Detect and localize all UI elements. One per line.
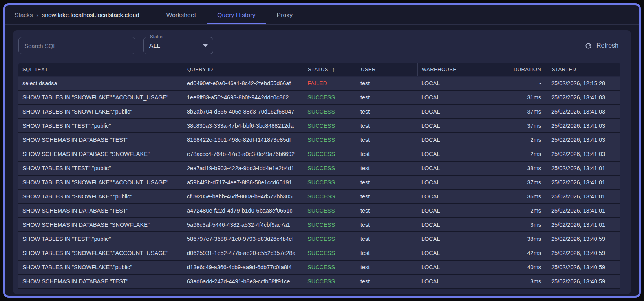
cell-warehouse: LOCAL	[417, 91, 492, 104]
table-row[interactable]: SHOW TABLES IN "TEST"."public"586797e7-3…	[18, 232, 620, 246]
table-row[interactable]: SHOW SCHEMAS IN DATABASE "SNOWFLAKE"5a98…	[18, 218, 620, 232]
cell-started: 25/02/2026, 13:41:03	[547, 147, 620, 161]
tab-worksheet[interactable]: Worksheet	[156, 5, 207, 24]
cell-status: SUCCESS	[304, 261, 357, 274]
column-header-warehouse[interactable]: WAREHOUSE	[417, 63, 492, 76]
column-header-duration[interactable]: DURATION	[492, 63, 547, 76]
cell-user: test	[357, 162, 417, 175]
cell-duration: 37ms	[492, 119, 547, 132]
cell-started: 25/02/2026, 13:41:03	[547, 133, 620, 147]
cell-sql: SHOW SCHEMAS IN DATABASE "TEST"	[18, 204, 183, 217]
cell-user: test	[357, 246, 417, 260]
top-navigation: Stacks › snowflake.localhost.localstack.…	[5, 5, 639, 25]
column-header-started[interactable]: STARTED	[547, 63, 620, 76]
cell-started: 25/02/2026, 13:41:01	[547, 204, 620, 217]
table-row[interactable]: SHOW SCHEMAS IN DATABASE "TEST"63ad6add-…	[18, 275, 620, 289]
table-header: SQL TEXTQUERY IDSTATUS↑USERWAREHOUSEDURA…	[18, 63, 620, 76]
cell-status: SUCCESS	[304, 190, 357, 203]
cell-started: 25/02/2026, 13:40:59	[547, 246, 620, 260]
cell-user: test	[357, 119, 417, 132]
cell-duration: 37ms	[492, 176, 547, 189]
table-row[interactable]: SHOW SCHEMAS IN DATABASE "TEST"8168422e-…	[18, 133, 620, 147]
cell-warehouse: LOCAL	[417, 232, 492, 246]
refresh-label: Refresh	[596, 42, 618, 49]
cell-warehouse: LOCAL	[417, 105, 492, 118]
chevron-down-icon	[203, 44, 208, 47]
cell-sql: SHOW SCHEMAS IN DATABASE "SNOWFLAKE"	[18, 147, 183, 161]
table-row[interactable]: SHOW TABLES IN "TEST"."public"38c830a3-3…	[18, 119, 620, 133]
cell-sql: SHOW TABLES IN "SNOWFLAKE"."public"	[18, 105, 183, 118]
table-row[interactable]: SHOW TABLES IN "SNOWFLAKE"."ACCOUNT_USAG…	[18, 246, 620, 261]
cell-status: FAILED	[304, 77, 357, 90]
column-header-status[interactable]: STATUS↑	[304, 63, 357, 76]
cell-started: 25/02/2026, 12:15:28	[547, 77, 620, 90]
cell-started: 25/02/2026, 13:41:01	[547, 176, 620, 189]
cell-duration: 2ms	[492, 147, 547, 161]
column-header-query-id[interactable]: QUERY ID	[183, 63, 304, 76]
cell-user: test	[357, 232, 417, 246]
cell-started: 25/02/2026, 13:41:03	[547, 105, 620, 118]
table-row[interactable]: SHOW TABLES IN "SNOWFLAKE"."ACCOUNT_USAG…	[18, 176, 620, 190]
cell-sql: SHOW SCHEMAS IN DATABASE "SNOWFLAKE"	[18, 218, 183, 231]
cell-duration: 31ms	[492, 91, 547, 104]
status-filter-value: ALL	[149, 42, 160, 49]
table-row[interactable]: SHOW TABLES IN "TEST"."public"2ea7ad19-b…	[18, 162, 620, 176]
table-row[interactable]: SHOW TABLES IN "SNOWFLAKE"."ACCOUNT_USAG…	[18, 91, 620, 105]
breadcrumb-stacks-link[interactable]: Stacks	[15, 11, 33, 18]
table-row[interactable]: select dsadsaed0490ef-e0a0-46a1-8c42-2fe…	[18, 77, 620, 91]
refresh-icon	[584, 42, 593, 50]
table-row[interactable]: SHOW TABLES IN "SNOWFLAKE"."public"cf092…	[18, 190, 620, 204]
cell-started: 25/02/2026, 13:40:59	[547, 232, 620, 246]
cell-user: test	[357, 218, 417, 231]
table-row[interactable]: SHOW TABLES IN "SNOWFLAKE"."public"d13e6…	[18, 261, 620, 275]
column-header-label: SQL TEXT	[22, 66, 48, 72]
cell-started: 25/02/2026, 13:40:59	[547, 261, 620, 274]
cell-duration: 38ms	[492, 162, 547, 175]
app-window: Stacks › snowflake.localhost.localstack.…	[3, 3, 641, 298]
cell-started: 25/02/2026, 13:41:01	[547, 218, 620, 231]
refresh-button[interactable]: Refresh	[581, 39, 622, 52]
cell-status: SUCCESS	[304, 119, 357, 132]
cell-user: test	[357, 261, 417, 274]
column-header-sql-text[interactable]: SQL TEXT	[18, 63, 183, 76]
column-header-label: STATUS	[308, 66, 328, 72]
table-row[interactable]: SHOW TABLES IN "SNOWFLAKE"."public"8b2ab…	[18, 105, 620, 119]
table-body: select dsadsaed0490ef-e0a0-46a1-8c42-2fe…	[18, 77, 620, 289]
cell-query-id: ed0490ef-e0a0-46a1-8c42-2febd55d66af	[183, 77, 304, 90]
cell-warehouse: LOCAL	[417, 261, 492, 274]
search-sql-input[interactable]	[18, 37, 135, 54]
cell-status: SUCCESS	[304, 275, 357, 288]
tab-proxy[interactable]: Proxy	[266, 5, 304, 24]
cell-user: test	[357, 91, 417, 104]
cell-query-id: 8b2ab704-d355-405e-88d3-70d162f68047	[183, 105, 304, 118]
column-header-label: QUERY ID	[187, 66, 213, 72]
cell-sql: SHOW TABLES IN "TEST"."public"	[18, 119, 183, 132]
tab-query-history[interactable]: Query History	[207, 5, 266, 24]
cell-query-id: a59b4f3b-d717-4ee7-8f88-58e1ccd65191	[183, 176, 304, 189]
column-header-user[interactable]: USER	[357, 63, 417, 76]
cell-started: 25/02/2026, 13:41:03	[547, 119, 620, 132]
cell-warehouse: LOCAL	[417, 119, 492, 132]
table-row[interactable]: SHOW SCHEMAS IN DATABASE "SNOWFLAKE"e78a…	[18, 147, 620, 162]
query-history-panel: Status ALL Refresh SQL TEXTQUERY IDSTATU…	[13, 30, 631, 294]
cell-warehouse: LOCAL	[417, 218, 492, 231]
cell-warehouse: LOCAL	[417, 246, 492, 260]
status-filter-select[interactable]: Status ALL	[143, 37, 213, 54]
cell-duration: 38ms	[492, 232, 547, 246]
breadcrumb-stack-name: snowflake.localhost.localstack.cloud	[42, 11, 139, 18]
cell-duration: 2ms	[492, 204, 547, 217]
cell-status: SUCCESS	[304, 147, 357, 161]
column-header-label: STARTED	[552, 66, 576, 72]
cell-duration: -	[492, 77, 547, 90]
cell-duration: 37ms	[492, 105, 547, 118]
cell-warehouse: LOCAL	[417, 204, 492, 217]
arrow-up-icon: ↑	[332, 66, 335, 73]
cell-status: SUCCESS	[304, 162, 357, 175]
cell-user: test	[357, 275, 417, 288]
cell-warehouse: LOCAL	[417, 77, 492, 90]
table-row[interactable]: SHOW SCHEMAS IN DATABASE "TEST"a472480e-…	[18, 204, 620, 218]
cell-duration: 40ms	[492, 261, 547, 274]
cell-sql: SHOW TABLES IN "SNOWFLAKE"."public"	[18, 190, 183, 203]
cell-warehouse: LOCAL	[417, 147, 492, 161]
cell-status: SUCCESS	[304, 133, 357, 147]
